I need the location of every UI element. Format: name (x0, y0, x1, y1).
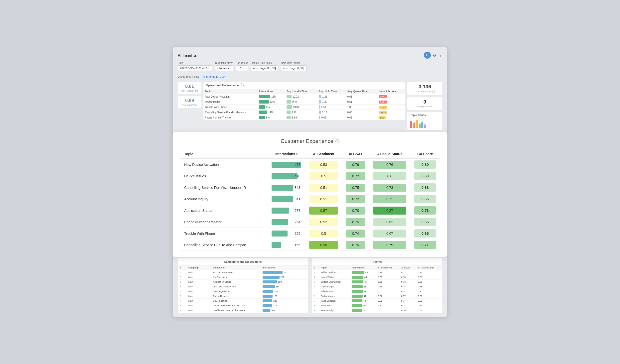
date-filter-control[interactable]: 2023/05/15 - 2023/05/31 (178, 65, 212, 71)
duration-filter-group: Duration Format Minutes ▾ (215, 62, 233, 71)
cx-table: Topic Interactions ▾ AI Sentiment AI CSA… (180, 149, 440, 251)
topic-trends-title: Topic Trends (410, 114, 439, 117)
top-topics-filter-control[interactable]: 10 ▾ (236, 65, 248, 71)
camp-disposition-cell: No Disposition (211, 275, 261, 280)
op-queue-cell: 1.08 (346, 105, 377, 110)
op-interactions-cell: 8% (258, 115, 285, 120)
camp-name-cell: Main (186, 289, 211, 294)
op-interactions-cell: 15% (258, 94, 285, 99)
cx-sentiment-cell: 0.57 (305, 205, 342, 216)
op-queue-cell: 0.51 (346, 99, 377, 105)
cx-table-row: Account Inquiry 341 0.51 0.72 0.71 0.65 (180, 193, 440, 205)
agent-sentiment-cell: 0.53 (376, 275, 399, 280)
agent-table-row: 9 Pete Murphy 38 0.51 0.76 0.48 (312, 308, 442, 313)
agent-col-num: # (312, 265, 319, 270)
cx-topic-cell: Cancelling Service For Miscellaneous R (180, 182, 268, 193)
cx-score-cell: 0.71 (410, 239, 440, 251)
agent-name-cell: William Padrano (319, 270, 350, 275)
op-col-interactions: Interactions (258, 89, 285, 94)
agent-name-cell: Valerie Smith (319, 289, 350, 294)
camp-name-cell: Main (186, 270, 211, 275)
agent-num-cell: 5 (312, 289, 319, 294)
refresh-button[interactable]: ↻ (424, 52, 431, 59)
cx-csat-cell: 0.75 (342, 182, 369, 193)
op-topic-cell: Device Issues (203, 99, 258, 105)
date-filter-label: Date (178, 62, 212, 64)
op-interactions-cell: 13% (258, 99, 285, 105)
camp-num-cell: 3 (178, 280, 186, 284)
right-metrics: 3,136 Total Interactions i 0 Usage Minut… (407, 82, 442, 130)
cx-topic-cell: Trouble With Phone (180, 228, 268, 239)
operational-table: Topic Interactions Avg. Handle Time Avg.… (203, 89, 405, 120)
filter-icon[interactable]: ⚙ (433, 53, 436, 58)
total-interactions-info-icon[interactable]: i (432, 90, 435, 93)
agent-num-cell: 4 (312, 284, 319, 289)
agent-num-cell: 7 (312, 299, 319, 303)
op-hold-cell: 0.69 (317, 115, 346, 120)
operational-info-icon[interactable]: i (240, 83, 244, 87)
op-hold-cell: 0.95 (317, 99, 346, 105)
duration-chevron-icon: ▾ (228, 67, 229, 70)
op-impact-cell: 14.81 (377, 99, 405, 105)
op-handle-cell: 8.89 (285, 115, 317, 120)
camp-col-campaign: Campaign (186, 265, 211, 270)
cx-table-row: New Device Activation 473 0.53 0.76 0.76… (180, 159, 440, 170)
cx-col-cx-score: CX Score (410, 149, 440, 159)
camp-name-cell: Main (186, 308, 211, 313)
agent-table-row: 6 Barbara Ninou 41 0.52 0.77 0.87 (312, 294, 442, 299)
avg-handle-time-card: 8.61 Avg. Handle Time (178, 82, 201, 94)
cx-table-row: Trouble With Phone 255 0.5 0.74 0.67 0.6… (180, 228, 440, 239)
agent-table-row: 5 Valerie Smith 41 0.51 0.74 0.73 (312, 289, 442, 294)
agent-table-row: 4 Crystal Papa 41 0.56 0.78 0.68 (312, 284, 442, 289)
cx-issue-cell: 0.6 (369, 170, 410, 182)
camp-num-cell: 2 (178, 275, 186, 280)
cx-sentiment-cell: 0.5 (305, 228, 342, 239)
avg-hold-time-value: 0.89 (181, 98, 198, 103)
cx-col-interactions[interactable]: Interactions ▾ (268, 149, 305, 159)
handle-time-filter-control[interactable]: is in range [0, 100] (251, 65, 278, 71)
cx-issue-cell: 0.87 (369, 205, 410, 216)
queue-time-label: Queue Time (mins) (178, 75, 199, 78)
cx-table-row: Device Issues 410 0.5 0.72 0.6 0.63 (180, 170, 440, 182)
agent-num-cell: 9 (312, 308, 319, 313)
cx-csat-cell: 0.76 (342, 239, 369, 251)
hold-time-filter-control[interactable]: is in range [0, 30] (281, 65, 307, 71)
cx-topic-cell: Cancelling Service Due To Abc Compan (180, 239, 268, 251)
cx-title: Customer Experience i (180, 138, 440, 144)
camp-disposition-cell: Line Loss Transfer Out (211, 284, 261, 289)
agent-num-cell: 1 (312, 270, 319, 275)
agent-table-row: 3 Bridget Quarterman 43 0.55 0.73 0.65 (312, 280, 442, 284)
campaign-table-row: 8 Main Unable to Make or Receive Calls 1… (178, 303, 308, 308)
camp-disposition-cell: Device Questions (211, 289, 261, 294)
op-hold-cell: 1.12 (317, 110, 346, 115)
cx-interactions-cell: 264 (268, 216, 305, 228)
op-hold-cell: 1.21 (317, 94, 346, 99)
agent-interactions-cell: 38 (350, 308, 376, 313)
duration-value: Minutes (217, 67, 227, 70)
agent-sentiment-cell: 0.56 (376, 284, 399, 289)
cx-topic-cell: Device Issues (180, 170, 268, 182)
agent-csat-cell: 0.76 (399, 308, 416, 313)
op-col-queue: Avg. Queue Time (346, 89, 377, 94)
agent-interactions-cell: 39 (350, 303, 376, 308)
op-impact-cell: 8.31 (377, 115, 405, 120)
agent-csat-cell: 0.74 (399, 289, 416, 294)
bottom-panels-container: Campaigns and Dispositions # Campaign Di… (178, 258, 442, 313)
duration-filter-control[interactable]: Minutes ▾ (215, 65, 233, 71)
cx-info-icon[interactable]: i (335, 139, 339, 143)
avg-handle-time-label: Avg. Handle Time (181, 90, 198, 92)
cx-sentiment-cell: 0.5 (305, 170, 342, 182)
cx-topic-cell: New Device Activation (180, 159, 268, 170)
agent-table-row: 1 William Padrano 48 0.76 0.12 0.75 (312, 270, 442, 275)
camp-interactions-cell: 190 (261, 280, 308, 284)
cx-csat-cell: 0.78 (342, 205, 369, 216)
camp-disposition-cell: Device Issues (211, 299, 261, 303)
op-hold-cell: 0.58 (317, 105, 346, 110)
camp-num-cell: 7 (178, 299, 186, 303)
agent-csat-cell: 0.78 (399, 284, 416, 289)
queue-time-filter-control[interactable]: is in range [0, 100] (200, 74, 228, 79)
cx-issue-cell: 0.67 (369, 228, 410, 239)
left-metrics: 8.61 Avg. Handle Time 0.89 Avg. Hold Tim… (178, 82, 201, 108)
cx-col-topic: Topic (180, 149, 268, 159)
more-options-icon[interactable]: ⋮ (438, 53, 442, 58)
